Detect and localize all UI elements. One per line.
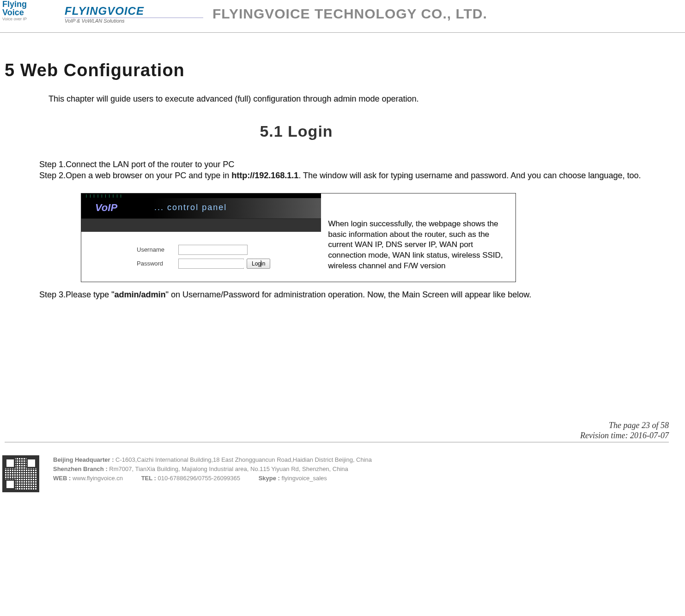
skype-label: Skype : bbox=[259, 475, 282, 482]
qr-code-icon bbox=[2, 455, 39, 492]
login-panel-header: | | | | | | | | | | VoIP ... control pan… bbox=[81, 193, 321, 232]
logo2-main: FLYINGVOICE bbox=[65, 5, 203, 18]
step-3-text: Step 3.Please type "admin/admin" on User… bbox=[39, 289, 680, 300]
login-success-note: When login successfully, the webpage sho… bbox=[321, 193, 515, 282]
login-screenshot-callout: | | | | | | | | | | VoIP ... control pan… bbox=[81, 193, 516, 282]
logo-text-1: Flying bbox=[2, 0, 58, 8]
step3-post: " on Username/Password for administratio… bbox=[166, 290, 532, 299]
chapter-intro: This chapter will guide users to execute… bbox=[48, 94, 680, 104]
heading-chapter: 5 Web Configuration bbox=[5, 60, 680, 80]
page-header: Flying Voice Voice over IP FLYINGVOICE V… bbox=[0, 0, 685, 33]
document-footer: Beijing Headquarter : C-1603,Caizhi Inte… bbox=[0, 452, 685, 496]
web-value: www.flyingvoice.cn bbox=[73, 475, 123, 482]
username-label: Username bbox=[137, 246, 178, 253]
login-panel: | | | | | | | | | | VoIP ... control pan… bbox=[81, 193, 321, 282]
logo-flyingvoice-italic: FLYINGVOICE VoIP & VoWLAN Solutions bbox=[65, 5, 203, 24]
logo-flying-voice-small: Flying Voice Voice over IP bbox=[2, 0, 58, 28]
step2-post: . The window will ask for typing usernam… bbox=[298, 171, 641, 180]
step-1: Step 1.Connect the LAN port of the route… bbox=[39, 159, 680, 170]
page-number-block: The page 23 of 58 Revision time: 2016-07… bbox=[5, 420, 669, 442]
beijing-hq-value: C-1603,Caizhi International Building,18 … bbox=[115, 456, 372, 463]
step-list: Step 1.Connect the LAN port of the route… bbox=[39, 159, 680, 181]
logo2-sub: VoIP & VoWLAN Solutions bbox=[65, 18, 203, 24]
step3-pre: Step 3.Please type " bbox=[39, 290, 115, 299]
username-input[interactable] bbox=[178, 245, 248, 255]
step2-url: http://192.168.1.1 bbox=[231, 171, 298, 180]
shenzhen-branch-value: Rm7007, TianXia Building, Majialong Indu… bbox=[109, 465, 348, 472]
decorative-darkbar bbox=[81, 218, 321, 232]
voip-logo-text: VoIP bbox=[95, 202, 117, 214]
heading-section: 5.1 Login bbox=[0, 122, 680, 140]
step3-credentials: admin/admin bbox=[115, 290, 166, 299]
skype-value: flyingvoice_sales bbox=[282, 475, 327, 482]
login-button[interactable]: Login bbox=[247, 259, 270, 269]
company-name: FLYINGVOICE TECHNOLOGY CO., LTD. bbox=[212, 6, 487, 22]
document-body: 5 Web Configuration This chapter will gu… bbox=[0, 33, 685, 452]
tel-value: 010-67886296/0755-26099365 bbox=[158, 475, 241, 482]
revision-time: Revision time: 2016-07-07 bbox=[5, 430, 669, 441]
tel-label: TEL : bbox=[141, 475, 158, 482]
keyboard-icon[interactable]: ⌨ bbox=[261, 260, 261, 267]
step2-pre: Step 2.Open a web browser on your PC and… bbox=[39, 171, 231, 180]
beijing-hq-label: Beijing Headquarter : bbox=[53, 456, 115, 463]
password-label: Password bbox=[137, 260, 178, 267]
decorative-tickbar: | | | | | | | | | | bbox=[81, 193, 321, 198]
login-form: Username Password ⌨ Login bbox=[81, 232, 321, 282]
shenzhen-branch-label: Shenzhen Branch : bbox=[53, 465, 109, 472]
logo-subtext: Voice over IP bbox=[2, 17, 58, 21]
control-panel-text: ... control panel bbox=[154, 203, 227, 212]
web-label: WEB : bbox=[53, 475, 73, 482]
logo-text-2: Voice bbox=[2, 8, 58, 17]
footer-contact-info: Beijing Headquarter : C-1603,Caizhi Inte… bbox=[53, 455, 683, 492]
page-number: The page 23 of 58 bbox=[5, 420, 669, 431]
step-2: Step 2.Open a web browser on your PC and… bbox=[39, 170, 680, 181]
